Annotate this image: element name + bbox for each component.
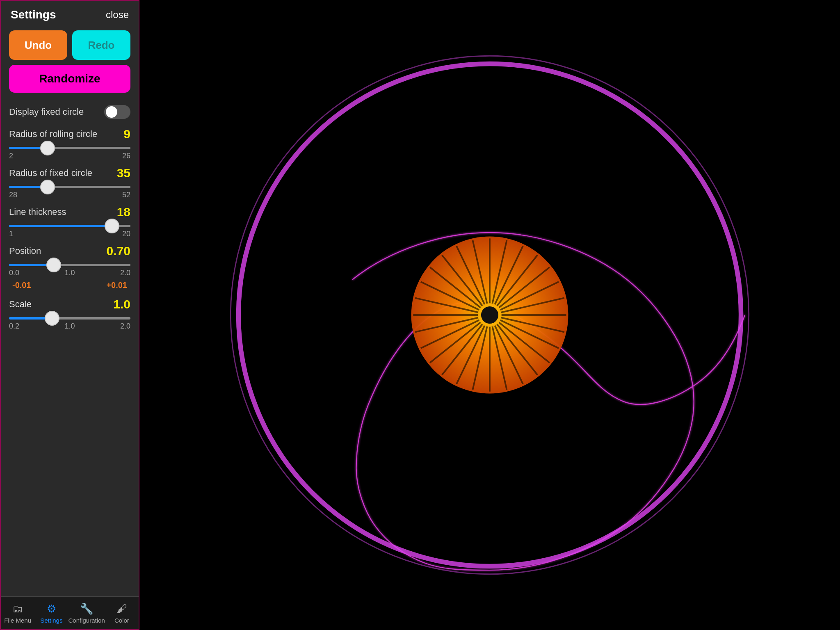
line-thickness-min: 1 (9, 230, 13, 238)
position-value: 0.70 (107, 244, 130, 258)
display-fixed-circle-row: Display fixed circle (9, 99, 130, 123)
nav-configuration[interactable]: 🔧 Configuration (68, 597, 105, 629)
fixed-radius-min: 28 (9, 191, 17, 199)
rolling-radius-min: 2 (9, 152, 13, 160)
nav-color-label: Color (114, 617, 129, 624)
line-thickness-max: 20 (122, 230, 130, 238)
redo-button[interactable]: Redo (72, 30, 130, 60)
display-fixed-circle-toggle[interactable] (104, 105, 130, 119)
scale-max: 2.0 (120, 322, 130, 331)
fixed-radius-section: Radius of fixed circle 35 28 52 (9, 162, 130, 201)
rolling-radius-header: Radius of rolling circle 9 (9, 127, 130, 141)
close-button[interactable]: close (106, 9, 129, 21)
line-thickness-label: Line thickness (9, 207, 66, 217)
position-fine-adjust: -0.01 +0.01 (9, 279, 130, 292)
settings-title: Settings (11, 8, 56, 21)
rolling-radius-slider[interactable] (9, 147, 130, 149)
scale-slider[interactable] (9, 317, 130, 320)
sidebar: Settings close Undo Redo Randomize Displ… (0, 0, 139, 630)
rolling-radius-section: Radius of rolling circle 9 2 26 (9, 123, 130, 162)
spirograph-visualization (215, 40, 765, 590)
line-thickness-section: Line thickness 18 1 20 (9, 201, 130, 240)
center-dot (481, 306, 498, 324)
settings-content: Display fixed circle Radius of rolling c… (1, 99, 139, 596)
scale-mid: 1.0 (64, 322, 75, 331)
nav-file-menu[interactable]: 🗂 File Menu (1, 597, 34, 629)
nav-file-menu-label: File Menu (4, 617, 31, 624)
fixed-radius-value: 35 (117, 166, 130, 180)
file-menu-icon: 🗂 (12, 603, 23, 615)
position-max: 2.0 (120, 269, 130, 277)
bottom-nav: 🗂 File Menu ⚙ Settings 🔧 Configuration 🖌… (1, 596, 139, 629)
scale-header: Scale 1.0 (9, 297, 130, 311)
position-header: Position 0.70 (9, 244, 130, 258)
line-thickness-value: 18 (117, 205, 130, 219)
position-mid: 1.0 (64, 269, 75, 277)
nav-settings[interactable]: ⚙ Settings (34, 597, 68, 629)
display-fixed-circle-label: Display fixed circle (9, 107, 84, 117)
nav-configuration-label: Configuration (68, 617, 105, 624)
nav-color[interactable]: 🖌 Color (105, 597, 139, 629)
fixed-radius-header: Radius of fixed circle 35 (9, 166, 130, 180)
action-buttons-row: Undo Redo (1, 27, 139, 65)
rolling-radius-max: 26 (122, 152, 130, 160)
rolling-radius-label: Radius of rolling circle (9, 129, 97, 139)
position-increment-button[interactable]: +0.01 (103, 279, 130, 292)
configuration-icon: 🔧 (80, 603, 93, 615)
rolling-radius-value: 9 (123, 127, 130, 141)
line-thickness-header: Line thickness 18 (9, 205, 130, 219)
randomize-button[interactable]: Randomize (9, 65, 130, 93)
settings-icon: ⚙ (47, 603, 56, 615)
position-label: Position (9, 246, 41, 256)
scale-section: Scale 1.0 0.2 1.0 2.0 (9, 293, 130, 332)
position-decrement-button[interactable]: -0.01 (9, 279, 34, 292)
toggle-knob (106, 106, 117, 118)
fixed-radius-slider[interactable] (9, 186, 130, 188)
nav-settings-label: Settings (40, 617, 62, 624)
position-slider[interactable] (9, 264, 130, 266)
position-min: 0.0 (9, 269, 19, 277)
line-thickness-slider[interactable] (9, 225, 130, 227)
scale-value: 1.0 (113, 297, 130, 311)
scale-label: Scale (9, 299, 32, 310)
color-icon: 🖌 (116, 603, 127, 615)
position-section: Position 0.70 0.0 1.0 2.0 -0.01 +0.01 (9, 240, 130, 293)
main-canvas (139, 0, 840, 630)
settings-header: Settings close (1, 1, 139, 27)
scale-min: 0.2 (9, 322, 19, 331)
undo-button[interactable]: Undo (9, 30, 67, 60)
fixed-radius-max: 52 (122, 191, 130, 199)
fixed-radius-label: Radius of fixed circle (9, 168, 92, 178)
